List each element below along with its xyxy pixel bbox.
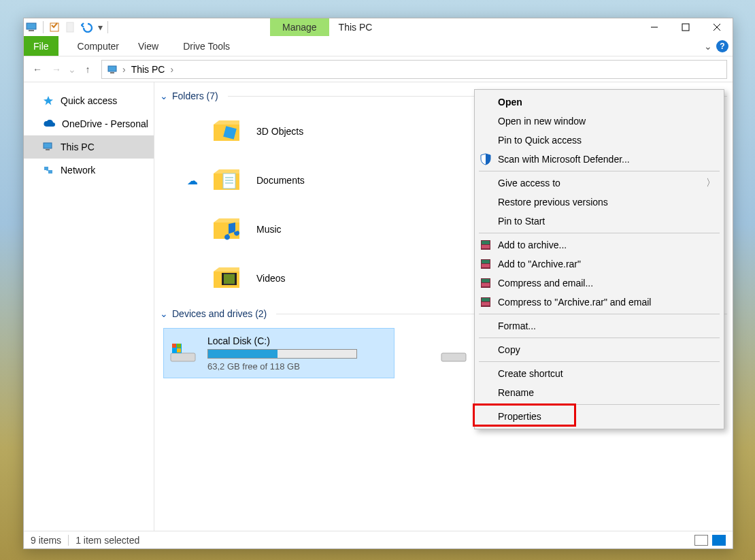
sidebar-item-label: This PC	[61, 142, 95, 152]
folder-icon	[212, 164, 244, 197]
separator	[107, 21, 108, 33]
recent-dropdown-icon[interactable]: ⌄	[67, 61, 77, 78]
menu-item-label: Scan with Microsoft Defender...	[498, 154, 630, 165]
forward-button[interactable]: →	[48, 61, 65, 78]
folder-icon	[212, 213, 244, 246]
breadcrumb[interactable]: This PC	[127, 64, 169, 75]
breadcrumb-caret-icon[interactable]: ›	[121, 64, 127, 75]
menu-item[interactable]: Properties	[475, 407, 724, 426]
menu-item[interactable]: Pin to Start	[475, 212, 724, 231]
menu-separator	[479, 171, 720, 171]
navigation-pane: Quick access OneDrive - Personal This PC…	[24, 82, 154, 531]
menu-item[interactable]: Restore previous versions	[475, 193, 724, 212]
menu-item[interactable]: Compress and email...	[475, 274, 724, 293]
menu-item[interactable]: Copy	[475, 340, 724, 359]
svg-rect-33	[482, 241, 490, 244]
breadcrumb-caret-icon[interactable]: ›	[169, 64, 175, 75]
defender-icon	[479, 152, 492, 166]
menu-item[interactable]: Add to "Archive.rar"	[475, 254, 724, 274]
svg-rect-11	[46, 149, 50, 150]
menu-item-label: Add to archive...	[498, 240, 567, 250]
tab-view[interactable]: View	[129, 36, 168, 56]
tab-computer[interactable]: Computer	[68, 36, 129, 56]
svg-rect-31	[441, 353, 466, 361]
back-button[interactable]: ←	[29, 61, 46, 78]
menu-item-label: Compress and email...	[498, 278, 593, 289]
menu-item[interactable]: Add to archive...	[475, 235, 724, 254]
svg-rect-40	[482, 283, 490, 286]
maximize-button[interactable]	[670, 18, 701, 36]
menu-item[interactable]: Create shortcut	[475, 364, 724, 383]
menu-item-label: Properties	[498, 411, 541, 422]
menu-item[interactable]: Open in new window	[475, 112, 724, 131]
folder-label: Videos	[256, 273, 286, 284]
menu-separator	[479, 361, 720, 362]
menu-item[interactable]: Scan with Microsoft Defender...	[475, 150, 724, 169]
menu-item-label: Pin to Quick access	[498, 135, 582, 146]
menu-item[interactable]: Pin to Quick access	[475, 131, 724, 150]
drive-free-text: 63,2 GB free of 118 GB	[207, 361, 390, 372]
sidebar-item-quick-access[interactable]: Quick access	[24, 89, 154, 112]
tab-file[interactable]: File	[24, 36, 58, 56]
menu-item[interactable]: Open	[475, 93, 724, 112]
menu-item-label: Add to "Archive.rar"	[498, 259, 581, 269]
up-button[interactable]: ↑	[80, 61, 96, 78]
cloud-status-icon: ☁	[186, 174, 199, 187]
tab-drive-tools[interactable]: Drive Tools	[173, 36, 239, 56]
window-title: This PC	[339, 22, 373, 33]
svg-rect-24	[171, 353, 195, 361]
large-icons-view-icon[interactable]	[712, 535, 726, 546]
menu-separator	[479, 314, 720, 314]
menu-item[interactable]: Rename	[475, 383, 724, 402]
menu-item-label: Create shortcut	[498, 368, 563, 379]
svg-rect-5	[682, 24, 689, 31]
network-icon	[43, 165, 54, 175]
svg-rect-36	[482, 260, 490, 263]
svg-rect-37	[482, 264, 490, 267]
sidebar-item-onedrive[interactable]: OneDrive - Personal	[24, 112, 154, 135]
separator	[43, 21, 44, 33]
properties-qat-icon[interactable]	[46, 19, 63, 35]
group-label: Devices and drives (2)	[172, 308, 267, 319]
menu-item-label: Restore previous versions	[498, 197, 608, 208]
sidebar-item-label: Network	[61, 165, 95, 176]
group-label: Folders (7)	[172, 90, 218, 101]
details-view-icon[interactable]	[694, 535, 708, 546]
pc-icon	[24, 19, 40, 35]
pc-icon	[43, 142, 54, 152]
folder-icon	[212, 115, 244, 148]
svg-rect-1	[29, 30, 34, 31]
menu-item[interactable]: Compress to "Archive.rar" and email	[475, 293, 724, 312]
menu-item[interactable]: Format...	[475, 316, 724, 335]
ribbon-chevron-icon[interactable]: ⌄	[704, 41, 712, 52]
menu-item[interactable]: Give access to〉	[475, 174, 724, 193]
undo-qat-icon[interactable]	[79, 19, 95, 35]
new-folder-qat-icon[interactable]	[63, 19, 79, 35]
minimize-button[interactable]	[639, 18, 670, 36]
drive-item[interactable]: Local Disk (C:)63,2 GB free of 118 GB	[164, 329, 394, 378]
svg-rect-12	[44, 167, 48, 170]
content-area: Quick access OneDrive - Personal This PC…	[24, 82, 733, 531]
close-button[interactable]	[701, 18, 733, 36]
drive-usage-bar	[207, 349, 357, 359]
sidebar-item-network[interactable]: Network	[24, 159, 154, 182]
menu-separator	[479, 233, 720, 233]
help-icon[interactable]: ?	[716, 40, 728, 52]
svg-rect-10	[44, 143, 52, 148]
qat-dropdown-icon[interactable]: ▾	[95, 19, 105, 35]
svg-rect-3	[67, 22, 73, 32]
sidebar-item-this-pc[interactable]: This PC	[24, 135, 154, 159]
svg-rect-34	[482, 245, 490, 248]
manage-contextual-tab[interactable]: Manage	[270, 18, 329, 36]
svg-rect-23	[235, 273, 237, 285]
explorer-window: ▾ Manage This PC File Computer View Driv…	[23, 18, 733, 549]
menu-separator	[479, 337, 720, 338]
folder-label: 3D Objects	[256, 126, 303, 137]
address-bar[interactable]: › This PC ›	[101, 60, 727, 79]
menu-item-label: Rename	[498, 387, 534, 398]
menu-item-label: Format...	[498, 320, 536, 331]
star-icon	[43, 95, 54, 106]
svg-rect-21	[223, 274, 235, 284]
chevron-down-icon: ⌄	[160, 90, 168, 101]
drive-icon	[168, 338, 198, 368]
